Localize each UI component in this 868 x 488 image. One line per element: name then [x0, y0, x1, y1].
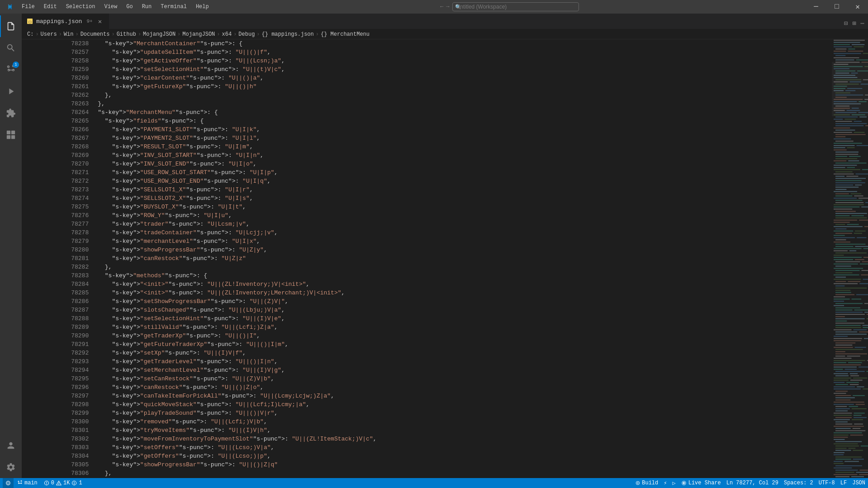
activity-files-icon[interactable] — [0, 15, 22, 37]
line-number: 78273 — [22, 185, 96, 194]
line-content: "s-key">"slotsChanged""s-punc">: "U||(Lb… — [96, 306, 832, 314]
live-share-status[interactable]: Live Share — [678, 478, 724, 488]
menu-go[interactable]: Go — [122, 2, 137, 12]
line-number: 78261 — [22, 82, 96, 91]
line-content: "s-key">"canRestock""s-punc">: "U|Z|z" — [96, 254, 832, 263]
line-content: "s-key">"<init>""s-punc">: "U||(ZL!Inven… — [96, 280, 832, 289]
run-status[interactable]: ▷ — [669, 478, 678, 488]
breadcrumb-merchantmenu[interactable]: {} MerchantMenu — [321, 31, 370, 38]
tab-close-button[interactable]: ✕ — [96, 17, 104, 26]
table-row: 78278 "s-key">"tradeContainer""s-punc">:… — [22, 228, 832, 237]
table-row: 78302 "s-key">"moveFromInventoryToPaymen… — [22, 435, 832, 443]
line-number: 78262 — [22, 91, 96, 99]
line-content: "s-key">"INV_SLOT_START""s-punc">: "U|I|… — [96, 151, 832, 160]
menu-selection[interactable]: Selection — [62, 2, 100, 12]
nav-back-icon[interactable]: ← — [440, 4, 443, 10]
menu-view[interactable]: View — [100, 2, 122, 12]
build-status[interactable]: Build — [633, 478, 661, 488]
line-number: 78270 — [22, 160, 96, 168]
line-content: }, — [96, 469, 832, 478]
breadcrumb-debug[interactable]: Debug — [238, 31, 255, 38]
line-number: 78283 — [22, 271, 96, 280]
line-content: "s-key">"setCanRestock""s-punc">: "U||(Z… — [96, 374, 832, 383]
lightning-icon: ⚡ — [664, 480, 667, 487]
table-row: 78273 "s-key">"SELLSLOT1_X""s-punc">: "U… — [22, 185, 832, 194]
title-bar-left: File Edit Selection View Go Run Terminal… — [4, 0, 213, 13]
line-number: 78257 — [22, 48, 96, 57]
line-content: "s-key">"SELLSLOT2_X""s-punc">: "U|I|s", — [96, 194, 832, 203]
line-number: 78307 — [22, 478, 96, 478]
line-number: 78286 — [22, 297, 96, 306]
menu-edit[interactable]: Edit — [39, 2, 62, 12]
line-content: "s-key">"setSelectionHint""s-punc">: "U|… — [96, 65, 832, 74]
menu-terminal[interactable]: Terminal — [156, 2, 191, 12]
table-row: 78274 "s-key">"SELLSLOT2_X""s-punc">: "U… — [22, 194, 832, 203]
global-search-input[interactable] — [452, 2, 579, 11]
table-row: 78305 "s-key">"showProgressBar""s-punc">… — [22, 460, 832, 469]
table-row: 78277 "s-key">"trader""s-punc">: "U|Lcsm… — [22, 220, 832, 228]
activity-source-control-icon[interactable]: 1 — [0, 59, 22, 81]
breadcrumb-mappings[interactable]: {} mappings.json — [262, 31, 314, 38]
activity-run-icon[interactable] — [0, 81, 22, 102]
error-icon — [44, 480, 49, 486]
more-actions-icon[interactable]: ⋯ — [859, 18, 866, 29]
code-table: 78238 "s-key">"MerchantContainer""s-punc… — [22, 39, 832, 478]
minimap[interactable] — [832, 39, 868, 478]
breadcrumb-x64[interactable]: x64 — [222, 31, 232, 38]
git-branch-label: main — [24, 480, 38, 486]
menu-help[interactable]: Help — [191, 2, 213, 12]
breadcrumb-mojangjson2[interactable]: MojangJSON — [182, 31, 215, 38]
activity-remote-icon[interactable] — [0, 124, 22, 146]
table-row: 78238 "s-key">"MerchantContainer""s-punc… — [22, 39, 832, 48]
table-row: 78285 "s-key">"<init>""s-punc">: "U||(ZL… — [22, 289, 832, 297]
editor-layout-icon[interactable]: ⊞ — [850, 18, 858, 29]
table-row: 78297 "s-key">"canTakeItemForPickAll""s-… — [22, 392, 832, 400]
line-number: 78291 — [22, 340, 96, 349]
line-number: 78282 — [22, 263, 96, 271]
language-mode-status[interactable]: JSON — [849, 478, 868, 488]
main-content: {} mappings.json 9+ ✕ ⊟ ⊞ ⋯ C: › Users ›… — [22, 14, 868, 478]
indentation-status[interactable]: Spaces: 2 — [781, 478, 816, 488]
warning-icon — [56, 480, 62, 486]
table-row: 78299 "s-key">"playTradeSound""s-punc">:… — [22, 409, 832, 417]
activity-settings-icon[interactable] — [0, 456, 22, 478]
cursor-position-status[interactable]: Ln 78277, Col 29 — [724, 478, 781, 488]
activity-bar: 1 — [0, 14, 22, 478]
activity-accounts-icon[interactable] — [0, 435, 22, 456]
encoding-status[interactable]: UTF-8 — [816, 478, 838, 488]
eol-status[interactable]: LF — [838, 478, 849, 488]
line-content: "s-key">"merchantLevel""s-punc">: "U|I|x… — [96, 237, 832, 246]
tab-bar: {} mappings.json 9+ ✕ ⊟ ⊞ ⋯ — [22, 14, 868, 29]
table-row: 78259 "s-key">"setSelectionHint""s-punc"… — [22, 65, 832, 74]
menu-bar: File Edit Selection View Go Run Terminal… — [17, 2, 213, 12]
code-editor[interactable]: 78238 "s-key">"MerchantContainer""s-punc… — [22, 39, 832, 478]
split-editor-icon[interactable]: ⊟ — [842, 18, 849, 29]
line-content: "s-key">"<init>""s-punc">: "U||(ZL!Inven… — [96, 289, 832, 297]
breadcrumb-mojangjson[interactable]: MojangJSON — [143, 31, 175, 38]
build-icon — [636, 481, 640, 485]
breadcrumb-github[interactable]: Github — [117, 31, 136, 38]
line-number: 78265 — [22, 117, 96, 125]
git-branch-status[interactable]: main — [14, 478, 40, 488]
breadcrumb-users[interactable]: Users — [41, 31, 57, 38]
tab-mappings-json[interactable]: {} mappings.json 9+ ✕ — [22, 14, 109, 29]
remote-indicator[interactable] — [3, 478, 14, 488]
activity-extensions-icon[interactable] — [0, 102, 22, 124]
breadcrumb-c[interactable]: C: — [27, 31, 33, 38]
breadcrumb-documents[interactable]: Documents — [81, 31, 110, 38]
close-button[interactable]: ✕ — [847, 0, 868, 14]
line-content: }, — [96, 91, 832, 99]
table-row: 78307}, — [22, 478, 832, 478]
table-row: 78294 "s-key">"setMerchantLevel""s-punc"… — [22, 366, 832, 374]
minimize-button[interactable]: ─ — [806, 0, 826, 14]
line-number: 78271 — [22, 168, 96, 177]
menu-run[interactable]: Run — [138, 2, 157, 12]
menu-file[interactable]: File — [17, 2, 39, 12]
errors-status[interactable]: 0 1K 1 — [41, 478, 85, 488]
maximize-button[interactable]: □ — [826, 0, 847, 14]
breadcrumb-win[interactable]: Win — [64, 31, 74, 38]
nav-forward-icon[interactable]: → — [446, 4, 449, 10]
table-row: 78261 "s-key">"getFutureXp""s-punc">: "U… — [22, 82, 832, 91]
flash-status[interactable]: ⚡ — [661, 478, 669, 488]
activity-search-icon[interactable] — [0, 37, 22, 59]
